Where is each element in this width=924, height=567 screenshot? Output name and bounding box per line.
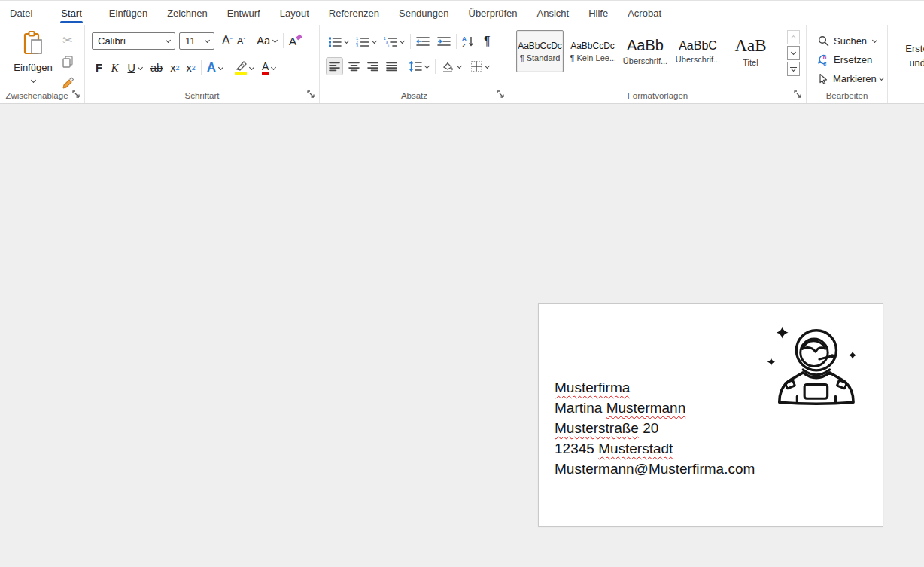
- increase-indent-icon: [437, 36, 451, 47]
- subscript-small: 2: [175, 64, 179, 72]
- multilevel-list-icon: 1ai: [384, 36, 397, 47]
- select-button[interactable]: Markieren: [816, 70, 887, 87]
- astronaut-image[interactable]: [766, 319, 858, 413]
- style-titel[interactable]: AaB Titel: [727, 30, 774, 72]
- chevron-down-icon: [205, 37, 210, 42]
- chevron-down-icon: [872, 37, 877, 42]
- style-ueberschrift-2[interactable]: AaBbC Überschrif...: [674, 30, 722, 72]
- style-label: Überschrif...: [623, 56, 667, 66]
- decrease-indent-button[interactable]: [414, 32, 432, 50]
- tab-ueberpruefen[interactable]: Überprüfen: [460, 1, 527, 25]
- underline-button[interactable]: U: [126, 59, 145, 77]
- group-acrobat-pdf: Erstelle und F: [888, 25, 924, 103]
- style-preview: AaBbC: [679, 39, 717, 53]
- clipboard-dialog-launcher[interactable]: [71, 90, 81, 99]
- align-center-button[interactable]: [346, 57, 362, 75]
- align-right-button[interactable]: [365, 57, 381, 75]
- create-pdf-button[interactable]: Erstelle und F: [895, 41, 924, 70]
- tab-ansicht[interactable]: Ansicht: [528, 1, 579, 25]
- superscript-button[interactable]: x2: [184, 59, 197, 77]
- cut-button[interactable]: ✂: [59, 31, 77, 49]
- paragraph-dialog-launcher[interactable]: [496, 90, 505, 99]
- document-page[interactable]: Musterfirma Martina Mustermann Musterstr…: [538, 303, 883, 527]
- svg-text:c: c: [823, 60, 827, 66]
- font-dialog-launcher[interactable]: [306, 90, 315, 99]
- align-center-icon: [348, 62, 360, 72]
- align-right-icon: [367, 62, 378, 72]
- style-label: ¶ Kein Lee...: [570, 53, 615, 62]
- chevron-down-icon: [271, 64, 276, 69]
- bullet-list-button[interactable]: [326, 32, 351, 50]
- tab-entwurf[interactable]: Entwurf: [218, 1, 269, 25]
- strikethrough-button[interactable]: ab: [148, 59, 165, 77]
- divider: [410, 34, 411, 49]
- shrink-font-button[interactable]: Aˇ: [235, 32, 248, 50]
- group-label-formatvorlagen: Formatvorlagen: [509, 91, 806, 100]
- font-color-button[interactable]: A: [260, 59, 278, 77]
- superscript-small: 2: [192, 64, 196, 72]
- strikethrough-glyph: ab: [150, 62, 163, 74]
- justify-button[interactable]: [384, 57, 400, 75]
- tab-zeichnen[interactable]: Zeichnen: [158, 1, 216, 25]
- chevron-down-icon: [249, 64, 254, 69]
- increase-indent-button[interactable]: [435, 32, 453, 50]
- change-case-button[interactable]: Aa: [254, 32, 280, 50]
- copy-button[interactable]: [59, 52, 77, 70]
- tab-start[interactable]: Start: [52, 1, 90, 25]
- line-spacing-icon: [409, 61, 422, 72]
- gallery-scroll-down-button[interactable]: [787, 46, 800, 60]
- shading-button[interactable]: [439, 57, 464, 75]
- font-size-combo[interactable]: 11: [179, 32, 214, 50]
- group-schriftart: Calibri 11 Aˆ Aˇ Aa: [85, 25, 320, 103]
- word-window: Datei Start Einfügen Zeichnen Entwurf La…: [0, 0, 924, 567]
- font-name-combo[interactable]: Calibri: [92, 32, 175, 50]
- sort-button[interactable]: A Z: [460, 32, 477, 50]
- styles-gallery-scroll: [787, 30, 800, 78]
- tab-sendungen[interactable]: Sendungen: [390, 1, 458, 25]
- chevron-down-icon: [791, 50, 796, 55]
- style-kein-leerraum[interactable]: AaBbCcDc ¶ Kein Lee...: [569, 30, 616, 72]
- create-pdf-label-line1: Erstelle: [895, 41, 924, 56]
- style-ueberschrift-1[interactable]: AaBb Überschrif...: [622, 30, 669, 72]
- tab-hilfe[interactable]: Hilfe: [579, 1, 617, 25]
- replace-icon: b c: [818, 53, 829, 66]
- style-standard[interactable]: AaBbCcDc ¶ Standard: [516, 30, 564, 72]
- text-effects-button[interactable]: A: [205, 59, 226, 77]
- line-spacing-button[interactable]: [406, 57, 432, 75]
- grow-font-button[interactable]: Aˆ: [220, 32, 235, 50]
- tab-datei[interactable]: Datei: [1, 1, 41, 25]
- italic-button[interactable]: K: [109, 59, 121, 77]
- svg-text:Z: Z: [462, 42, 466, 48]
- text-segment: Mustermann@Musterfirma.com: [555, 461, 755, 477]
- text-effects-icon: A: [207, 60, 216, 75]
- align-left-button[interactable]: [326, 57, 343, 75]
- chevron-down-icon: [166, 37, 171, 42]
- multilevel-list-button[interactable]: 1ai: [381, 32, 407, 50]
- format-painter-button[interactable]: [59, 73, 77, 91]
- chevron-down-icon: [485, 62, 490, 68]
- borders-button[interactable]: [468, 57, 492, 75]
- gallery-scroll-up-button[interactable]: [787, 30, 800, 44]
- tab-referenzen[interactable]: Referenzen: [320, 1, 388, 25]
- group-label-schriftart: Schriftart: [85, 91, 319, 100]
- misspelled-word: Mustermann: [606, 400, 686, 416]
- styles-gallery: AaBbCcDc ¶ Standard AaBbCcDc ¶ Kein Lee.…: [516, 30, 806, 72]
- replace-button[interactable]: b c Ersetzen: [816, 51, 887, 68]
- gallery-more-button[interactable]: [787, 62, 800, 76]
- highlight-color-button[interactable]: [233, 59, 257, 77]
- tab-acrobat[interactable]: Acrobat: [619, 1, 670, 25]
- style-label: Überschrif...: [676, 55, 720, 64]
- shading-icon: [441, 61, 454, 72]
- subscript-button[interactable]: x2: [168, 59, 181, 77]
- text-line-street: Musterstraße 20: [555, 418, 755, 438]
- find-button[interactable]: Suchen: [816, 32, 887, 49]
- tab-layout[interactable]: Layout: [271, 1, 318, 25]
- tab-einfuegen[interactable]: Einfügen: [100, 1, 157, 25]
- bold-button[interactable]: F: [93, 59, 105, 77]
- styles-dialog-launcher[interactable]: [793, 90, 802, 99]
- show-paragraph-marks-button[interactable]: ¶: [482, 32, 493, 50]
- divider: [229, 60, 229, 75]
- group-formatvorlagen: AaBbCcDc ¶ Standard AaBbCcDc ¶ Kein Lee.…: [509, 25, 807, 103]
- clear-formatting-button[interactable]: A: [287, 32, 299, 50]
- numbered-list-button[interactable]: 123: [354, 32, 379, 50]
